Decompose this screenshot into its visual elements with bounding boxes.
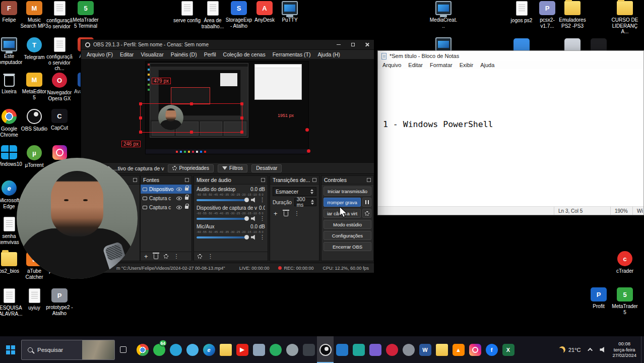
desktop-icon[interactable]: CURSO DE LIDERANÇA... (611, 1, 639, 35)
obs-menu-item[interactable]: Perfil (201, 51, 220, 57)
notepad-menu-item[interactable]: Arquivo (379, 62, 405, 68)
remove-source-button[interactable] (154, 254, 158, 259)
taskbar-icon-instagram[interactable] (467, 336, 483, 363)
resize-handle[interactable] (139, 102, 142, 105)
volume-knob[interactable] (244, 216, 249, 221)
taskbar-icon-opera-gx[interactable] (383, 336, 400, 363)
desktop-icon[interactable]: µ µTorrent (20, 145, 48, 168)
speaker-icon[interactable] (251, 216, 257, 221)
desktop-icon[interactable]: jogos ps2 (507, 1, 536, 24)
notepad-menu-item[interactable]: Exibir (456, 62, 477, 68)
desktop-icon[interactable]: P pcsx2-v1.7... (533, 1, 561, 29)
taskbar-icon-gray-app-2[interactable] (400, 336, 417, 363)
source-row[interactable]: Captura c (141, 203, 191, 212)
weather-widget[interactable]: 21°C (554, 336, 586, 363)
desktop-icon[interactable]: serve config (173, 1, 201, 24)
desktop-icon[interactable]: C CapCut (45, 109, 74, 131)
desktop-icon[interactable]: c cTrader (611, 251, 639, 274)
dock-icon[interactable] (133, 178, 137, 182)
obs-control-button[interactable]: rromper grava (324, 198, 361, 207)
taskbar-icon-mail[interactable] (184, 336, 201, 363)
lock-icon[interactable] (185, 206, 188, 209)
search-highlight-image[interactable] (82, 340, 114, 359)
desktop-icon[interactable]: configuração servidor (45, 1, 74, 29)
desktop-icon[interactable]: M Music Search MP3 (20, 1, 48, 29)
taskbar-icon-blue-app[interactable] (334, 336, 350, 363)
selection-rectangle[interactable] (140, 103, 242, 133)
taskbar-icon-chrome[interactable] (134, 336, 151, 363)
hidden-icons-button[interactable] (586, 336, 596, 363)
dock-icon[interactable] (185, 178, 189, 182)
speaker-icon[interactable] (251, 198, 257, 203)
add-source-button[interactable]: + (144, 253, 148, 260)
notepad-text-area[interactable]: 1 - Windows PowerShell 2 - irm https://m… (378, 69, 643, 206)
desktop-icon[interactable]: Área de trabalho... (199, 1, 227, 29)
start-button[interactable] (0, 336, 21, 363)
resize-handle[interactable] (190, 131, 193, 134)
resize-handle[interactable] (139, 116, 142, 119)
obs-titlebar[interactable]: OBS 29.1.3 - Perfil: Sem nome - Cenas: S… (81, 40, 374, 49)
taskbar-icon-obs[interactable] (317, 336, 334, 363)
taskbar-icon-dark-app[interactable] (300, 336, 317, 363)
channel-menu-icon[interactable]: ⋮ (260, 234, 265, 240)
obs-control-button[interactable]: Iniciar transmissão (324, 187, 371, 196)
desktop-icon[interactable]: S StorageExp - Atalho (225, 1, 253, 29)
visibility-icon[interactable] (176, 197, 182, 200)
channel-menu-icon[interactable]: ⋮ (260, 197, 265, 203)
transition-select[interactable]: Esmaecer (273, 187, 316, 196)
volume-slider[interactable] (197, 218, 248, 220)
properties-button[interactable]: Propriedades (168, 164, 213, 172)
visibility-icon[interactable] (176, 188, 182, 191)
add-transition-button[interactable]: + (274, 210, 278, 217)
obs-menu-item[interactable]: Ferramentas (T) (269, 51, 314, 57)
resize-handle[interactable] (240, 116, 243, 119)
filters-button[interactable]: Filtros (218, 164, 247, 172)
mixer-menu-icon[interactable]: ⋮ (208, 253, 213, 260)
volume-slider[interactable] (197, 236, 248, 238)
volume-button[interactable] (596, 336, 610, 363)
mixer-settings-icon[interactable] (198, 254, 202, 259)
volume-knob[interactable] (244, 198, 249, 202)
taskbar-icon-vlc[interactable]: ▲ (450, 336, 467, 363)
notepad-menu-item[interactable]: Editar (405, 62, 426, 68)
desktop-icon[interactable]: Emuladores PS2 -PS3 (558, 1, 587, 29)
desktop-icon[interactable]: configuração servidor ch... (45, 37, 74, 72)
taskbar-icon-photos[interactable] (250, 336, 267, 363)
desktop-icon[interactable]: uyiuy (20, 288, 48, 311)
duration-input[interactable]: 300 ms (294, 198, 316, 206)
taskbar-icon-gray-app[interactable] (284, 336, 300, 363)
desktop-icon[interactable]: 5 MetaTrader 5 (611, 287, 639, 315)
virtual-camera-settings-button[interactable] (362, 209, 371, 218)
pause-recording-button[interactable] (362, 198, 371, 207)
taskbar-icon-word[interactable]: W (417, 336, 433, 363)
volume-slider[interactable] (197, 199, 248, 201)
dock-icon[interactable] (261, 178, 265, 182)
taskbar-icon-excel[interactable]: X (500, 336, 517, 363)
source-row[interactable]: Captura c (141, 194, 191, 203)
desktop-icon[interactable]: T Telegram (20, 37, 48, 60)
taskbar-icon-teal-app[interactable] (350, 336, 367, 363)
notepad-menu-item[interactable]: Formatar (426, 62, 456, 68)
sources-menu-icon[interactable]: ⋮ (174, 253, 179, 260)
obs-control-button[interactable]: Configurações (324, 231, 371, 240)
taskbar-icon-file-explorer[interactable] (217, 336, 234, 363)
obs-menu-item[interactable]: Ajuda (H) (314, 51, 343, 57)
obs-menu-item[interactable]: Editar (116, 51, 137, 57)
resize-handle[interactable] (139, 131, 142, 134)
obs-control-button[interactable]: Modo estúdio (324, 220, 371, 229)
taskbar-search[interactable]: Pesquisar (21, 340, 115, 360)
desktop-icon[interactable]: A AnyDesk (250, 1, 279, 23)
desktop-icon[interactable]: P Profit (585, 287, 613, 310)
taskbar-icon-telegram[interactable] (167, 336, 184, 363)
minimize-button[interactable] (332, 40, 346, 49)
obs-menu-item[interactable]: Arquivo (F) (83, 51, 116, 57)
transitions-menu-icon[interactable]: ⋮ (294, 210, 300, 217)
taskbar-icon-purple-app[interactable] (367, 336, 383, 363)
disable-source-button[interactable]: Desativar (251, 164, 282, 172)
source-properties-button[interactable] (164, 254, 168, 259)
taskbar-icon-youtube[interactable]: ▶ (234, 336, 250, 363)
visibility-icon[interactable] (176, 206, 182, 209)
desktop-icon[interactable]: MediaCreat... (429, 1, 458, 29)
show-desktop-button[interactable] (641, 336, 644, 363)
taskbar-icon-green-app[interactable] (267, 336, 284, 363)
